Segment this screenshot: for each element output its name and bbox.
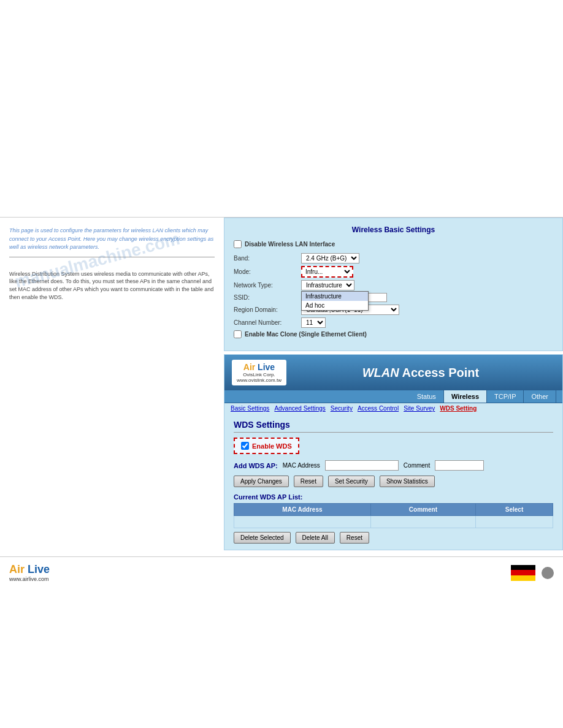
subtab-security[interactable]: Security xyxy=(331,405,353,412)
delete-all-button[interactable]: Delete All xyxy=(296,532,335,544)
wlan-ap-section: Air Live OvisLink Corp. www.ovislink.com… xyxy=(224,354,563,550)
main-content: manualmachine.com This page is used to c… xyxy=(0,218,563,550)
enable-mac-clone-label: Enable Mac Clone (Single Ethernet Client… xyxy=(245,331,367,338)
region-domain-label: Region Domain: xyxy=(234,306,301,313)
wds-settings-content: WDS Settings Enable WDS Add WDS AP: MAC … xyxy=(224,414,562,550)
wireless-basic-settings-title: Wireless Basic Settings xyxy=(234,226,553,234)
subtab-site-survey[interactable]: Site Survey xyxy=(404,405,435,412)
flag-gold-stripe xyxy=(511,575,535,581)
set-security-button[interactable]: Set Security xyxy=(328,476,375,487)
mode-row: Mode: Infru... Infrastructure Ad hoc xyxy=(234,266,553,278)
enable-mac-clone-row: Enable Mac Clone (Single Ethernet Client… xyxy=(234,330,553,338)
wds-ap-table: MAC Address Comment Select xyxy=(234,503,553,528)
add-wds-ap-label: Add WDS AP: xyxy=(234,462,278,469)
col-comment: Comment xyxy=(370,504,475,516)
tab-wireless[interactable]: Wireless xyxy=(444,390,487,403)
subtab-wds-setting[interactable]: WDS Setting xyxy=(440,405,477,412)
top-white-area xyxy=(0,0,563,218)
wds-button-row: Apply Changes Reset Set Security Show St… xyxy=(234,476,553,487)
wireless-basic-settings-panel: Wireless Basic Settings Disable Wireless… xyxy=(224,218,563,351)
enable-wds-box: Enable WDS xyxy=(234,438,299,454)
tab-other[interactable]: Other xyxy=(524,390,556,403)
bottom-logo: Air Live www.airlive.com xyxy=(9,563,50,582)
network-type-row: Network Type: Infrastructure Ad hoc Infr… xyxy=(234,280,553,290)
channel-number-row: Channel Number: 11 xyxy=(234,317,553,328)
comment-label: Comment xyxy=(404,462,430,469)
col-select: Select xyxy=(476,504,553,516)
nav-tabs: Status Wireless TCP/IP Other xyxy=(224,390,562,403)
circle-nav-button[interactable] xyxy=(542,567,554,579)
ssid-label: SSID: xyxy=(234,294,301,301)
col-mac-address: MAC Address xyxy=(234,504,371,516)
network-type-container: Infrastructure Ad hoc Infrastructure Ad … xyxy=(301,280,354,290)
disable-wireless-checkbox[interactable] xyxy=(234,240,242,248)
wlan-title-bold: Access Point xyxy=(402,366,480,379)
network-type-option-infrastructure[interactable]: Infrastructure xyxy=(302,292,368,301)
airlive-sub-url: www.ovislink.com.tw xyxy=(237,377,282,383)
bottom-section: Air Live www.airlive.com xyxy=(0,556,563,588)
delete-selected-button[interactable]: Delete Selected xyxy=(234,532,291,544)
right-panel: Wireless Basic Settings Disable Wireless… xyxy=(224,218,563,550)
mode-label: Mode: xyxy=(234,268,301,275)
bottom-url: www.airlive.com xyxy=(9,576,49,582)
airlive-logo-text: Air Live xyxy=(243,362,275,372)
tab-tcpip[interactable]: TCP/IP xyxy=(487,390,524,403)
channel-number-label: Channel Number: xyxy=(234,319,301,326)
cell-comment xyxy=(370,516,475,528)
reset-button-top[interactable]: Reset xyxy=(294,476,323,487)
bottom-logo-accent: Air xyxy=(9,563,28,575)
wlan-title-italic: WLAN xyxy=(362,366,399,379)
table-row-empty xyxy=(234,516,553,528)
wds-bottom-button-row: Delete Selected Delete All Reset xyxy=(234,532,553,544)
wds-settings-title: WDS Settings xyxy=(234,420,553,433)
flag-red-stripe xyxy=(511,570,535,575)
airlive-logo-area: Air Live OvisLink Corp. www.ovislink.com… xyxy=(232,360,286,385)
subtab-basic-settings[interactable]: Basic Settings xyxy=(231,405,269,412)
band-row: Band: 2.4 GHz (B+G) xyxy=(234,253,553,264)
reset-button-bottom[interactable]: Reset xyxy=(340,532,369,544)
add-wds-ap-row: Add WDS AP: MAC Address Comment xyxy=(234,460,553,471)
cell-select xyxy=(476,516,553,528)
wireless-basic-description: This page is used to configure the param… xyxy=(9,227,215,252)
enable-wds-checkbox[interactable] xyxy=(241,442,249,450)
tab-status[interactable]: Status xyxy=(410,390,444,403)
wireless-settings-form: Disable Wireless LAN Interface Band: 2.4… xyxy=(234,240,553,338)
network-type-select[interactable]: Infrastructure Ad hoc xyxy=(301,280,354,290)
band-select[interactable]: 2.4 GHz (B+G) xyxy=(301,253,359,264)
mac-address-input[interactable] xyxy=(325,460,399,471)
wds-description: Wireless Distribution System uses wirele… xyxy=(9,270,215,301)
mode-select[interactable]: Infru... Infrastructure Ad hoc xyxy=(301,266,353,278)
wlan-title: WLAN Access Point xyxy=(286,366,555,380)
band-label: Band: xyxy=(234,255,301,262)
network-type-dropdown: Infrastructure Ad hoc xyxy=(301,291,369,311)
subtab-advanced-settings[interactable]: Advanced Settings xyxy=(274,405,325,412)
enable-wds-label: Enable WDS xyxy=(252,442,292,450)
airlive-sub-text: OvisLink Corp. xyxy=(243,372,275,377)
airlive-logo-accent: Air xyxy=(243,362,258,372)
show-statistics-button[interactable]: Show Statistics xyxy=(380,476,435,487)
comment-input[interactable] xyxy=(435,460,484,471)
bottom-logo-text: Air Live xyxy=(9,563,50,576)
disable-wireless-row: Disable Wireless LAN Interface xyxy=(234,240,553,248)
network-type-option-adhoc[interactable]: Ad hoc xyxy=(302,301,368,310)
mode-dropdown-container: Infru... Infrastructure Ad hoc xyxy=(301,266,353,278)
divider-1 xyxy=(9,257,215,257)
mac-address-label: MAC Address xyxy=(283,462,320,469)
disable-wireless-label: Disable Wireless LAN Interface xyxy=(245,241,335,248)
ssid-row: SSID: xyxy=(234,293,553,302)
current-wds-ap-list-label: Current WDS AP List: xyxy=(234,493,553,501)
enable-mac-clone-checkbox[interactable] xyxy=(234,330,242,338)
flag-black-stripe xyxy=(511,565,535,571)
cell-mac xyxy=(234,516,371,528)
network-type-label: Network Type: xyxy=(234,282,301,289)
nav-subtabs: Basic Settings Advanced Settings Securit… xyxy=(224,403,562,414)
left-sidebar: manualmachine.com This page is used to c… xyxy=(0,218,224,550)
apply-changes-button[interactable]: Apply Changes xyxy=(234,476,289,487)
region-domain-row: Region Domain: Canada ,USA (1~11) xyxy=(234,305,553,315)
channel-number-select[interactable]: 11 xyxy=(301,317,326,328)
german-flag[interactable] xyxy=(511,565,535,581)
subtab-access-control[interactable]: Access Control xyxy=(358,405,399,412)
wlan-header: Air Live OvisLink Corp. www.ovislink.com… xyxy=(224,355,562,390)
